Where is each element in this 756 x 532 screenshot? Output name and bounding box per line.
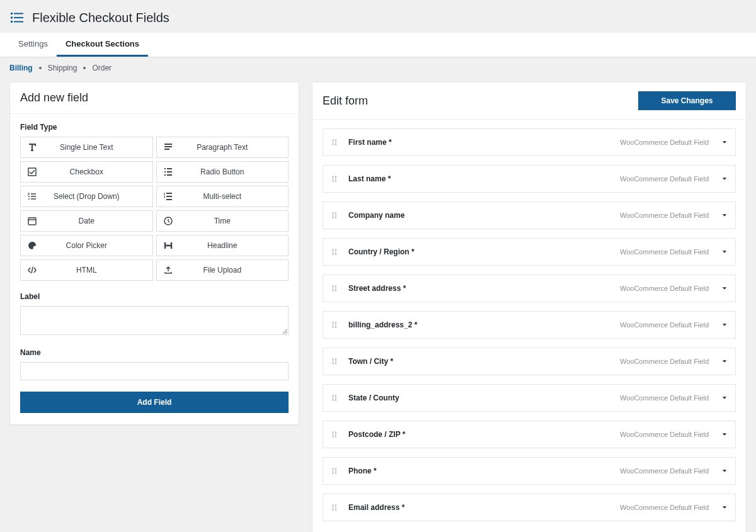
default-field-badge: WooCommerce Default Field — [620, 212, 709, 219]
headline-icon — [163, 241, 173, 251]
drag-handle-icon[interactable] — [331, 467, 340, 475]
field-row[interactable]: Street address *WooCommerce Default Fiel… — [323, 274, 736, 302]
checkbox-icon — [27, 167, 37, 177]
tab-settings[interactable]: Settings — [9, 33, 57, 57]
time-icon — [163, 216, 173, 226]
field-type-html[interactable]: HTML — [20, 259, 153, 281]
field-row[interactable]: billing_address_2 *WooCommerce Default F… — [323, 311, 736, 339]
field-type-label: Color Picker — [66, 241, 107, 250]
default-field-badge: WooCommerce Default Field — [620, 139, 709, 146]
field-row[interactable]: First name *WooCommerce Default Field — [323, 128, 736, 156]
field-row[interactable]: Company nameWooCommerce Default Field — [323, 201, 736, 229]
drag-handle-icon[interactable] — [331, 430, 340, 439]
subnav-separator — [83, 67, 86, 69]
subnav-billing[interactable]: Billing — [9, 64, 33, 72]
svg-rect-5 — [14, 21, 23, 23]
default-field-badge: WooCommerce Default Field — [620, 321, 709, 329]
drag-handle-icon[interactable] — [331, 284, 340, 293]
field-label: Town / City * — [348, 357, 620, 366]
field-row[interactable]: Email address *WooCommerce Default Field — [323, 494, 736, 521]
drag-handle-icon[interactable] — [331, 138, 340, 147]
chevron-down-icon — [721, 176, 728, 182]
subnav-shipping[interactable]: Shipping — [48, 64, 77, 72]
add-field-panel: Add new field Field Type Single Line Tex… — [9, 82, 299, 425]
field-type-label: Headline — [207, 241, 237, 250]
section-subnav: BillingShippingOrder — [0, 64, 756, 82]
drag-handle-icon[interactable] — [331, 247, 340, 256]
default-field-badge: WooCommerce Default Field — [620, 467, 709, 475]
subnav-order[interactable]: Order — [92, 64, 112, 72]
drag-handle-icon[interactable] — [331, 503, 340, 512]
drag-handle-icon[interactable] — [331, 174, 340, 183]
field-type-single-line-text[interactable]: Single Line Text — [20, 137, 153, 158]
chevron-down-icon — [721, 139, 728, 145]
field-row[interactable]: Country / Region *WooCommerce Default Fi… — [323, 238, 736, 266]
field-type-label: Date — [79, 217, 94, 225]
field-label: billing_address_2 * — [348, 320, 620, 329]
field-label: Last name * — [348, 174, 620, 183]
label-input[interactable] — [20, 306, 289, 335]
edit-form-title: Edit form — [323, 94, 368, 108]
field-type-label: Checkbox — [70, 167, 103, 176]
chevron-down-icon — [721, 285, 728, 291]
svg-rect-0 — [11, 13, 13, 14]
page-header: Flexible Checkout Fields — [0, 0, 756, 33]
default-field-badge: WooCommerce Default Field — [620, 175, 709, 183]
field-type-label: Multi-select — [203, 192, 241, 201]
default-field-badge: WooCommerce Default Field — [620, 394, 709, 402]
drag-handle-icon[interactable] — [331, 320, 340, 329]
label-label: Label — [20, 292, 289, 301]
name-label: Name — [20, 348, 289, 357]
multiselect-icon — [163, 191, 173, 201]
field-type-label: HTML — [76, 266, 97, 274]
field-type-multi-select[interactable]: Multi-select — [156, 186, 289, 207]
chevron-down-icon — [721, 431, 728, 438]
field-label: First name * — [348, 138, 620, 147]
save-changes-top-button[interactable]: Save Changes — [638, 91, 736, 110]
field-type-radio-button[interactable]: Radio Button — [156, 161, 289, 183]
svg-rect-7 — [28, 218, 36, 225]
field-type-label: Field Type — [20, 123, 289, 132]
chevron-down-icon — [721, 468, 728, 474]
drag-handle-icon[interactable] — [331, 211, 340, 220]
chevron-down-icon — [721, 249, 728, 255]
field-row[interactable]: State / CountyWooCommerce Default Field — [323, 384, 736, 412]
field-type-checkbox[interactable]: Checkbox — [20, 161, 153, 183]
field-row[interactable]: Last name *WooCommerce Default Field — [323, 165, 736, 193]
field-type-select-drop-down-[interactable]: Select (Drop Down) — [20, 186, 153, 207]
drag-handle-icon[interactable] — [331, 393, 340, 402]
field-type-grid: Single Line TextParagraph TextCheckboxRa… — [20, 137, 289, 281]
add-field-title: Add new field — [20, 91, 88, 105]
field-type-label: File Upload — [203, 266, 241, 274]
field-type-paragraph-text[interactable]: Paragraph Text — [156, 137, 289, 158]
chevron-down-icon — [721, 358, 728, 365]
field-type-label: Select (Drop Down) — [54, 192, 120, 201]
svg-rect-4 — [11, 21, 13, 23]
default-field-badge: WooCommerce Default Field — [620, 285, 709, 292]
html-icon — [27, 265, 37, 275]
paragraph-icon — [163, 142, 173, 152]
app-icon — [9, 10, 25, 25]
field-row[interactable]: Postcode / ZIP *WooCommerce Default Fiel… — [323, 421, 736, 448]
field-row[interactable]: Town / City *WooCommerce Default Field — [323, 348, 736, 375]
select-icon — [27, 191, 37, 201]
field-label: Email address * — [348, 503, 620, 512]
drag-handle-icon[interactable] — [331, 357, 340, 366]
name-input[interactable] — [20, 362, 289, 380]
field-type-date[interactable]: Date — [20, 210, 153, 232]
upload-icon — [163, 265, 173, 275]
field-type-label: Paragraph Text — [197, 143, 248, 152]
field-type-label: Single Line Text — [60, 143, 113, 152]
field-type-headline[interactable]: Headline — [156, 235, 289, 256]
field-type-color-picker[interactable]: Color Picker — [20, 235, 153, 256]
field-label: State / County — [348, 393, 620, 402]
field-label: Company name — [348, 211, 620, 220]
page-title: Flexible Checkout Fields — [32, 11, 169, 25]
field-row[interactable]: Phone *WooCommerce Default Field — [323, 457, 736, 485]
field-type-file-upload[interactable]: File Upload — [156, 259, 289, 281]
field-type-time[interactable]: Time — [156, 210, 289, 232]
default-field-badge: WooCommerce Default Field — [620, 504, 709, 511]
add-field-button[interactable]: Add Field — [20, 392, 289, 413]
main-tabs: SettingsCheckout Sections — [0, 33, 756, 57]
tab-checkout-sections[interactable]: Checkout Sections — [57, 33, 148, 57]
